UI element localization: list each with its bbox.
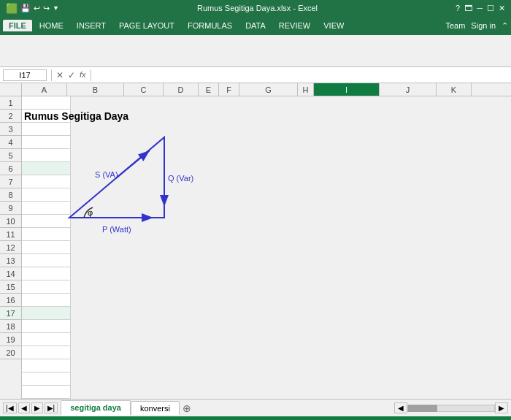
tab-insert[interactable]: INSERT <box>71 20 112 31</box>
confirm-formula-icon[interactable]: ✓ <box>68 70 75 80</box>
sheet-tab-konversi[interactable]: konversi <box>131 401 180 415</box>
col-J[interactable]: J <box>380 83 437 96</box>
cell-G1[interactable] <box>22 136 71 149</box>
col-H[interactable]: H <box>298 83 314 96</box>
cell-I2[interactable] <box>22 307 71 320</box>
title-bar-right: ? 🗖 ─ ☐ ✕ <box>456 4 505 13</box>
cell-B2[interactable] <box>22 215 71 228</box>
customize-icon[interactable]: ▼ <box>53 4 59 12</box>
signin-button[interactable]: Sign in <box>471 21 496 30</box>
row-7[interactable]: 7 <box>0 175 21 188</box>
cell-F1[interactable] <box>22 123 71 136</box>
formula-input[interactable] <box>96 71 508 80</box>
row-11[interactable]: 11 <box>0 228 21 241</box>
scrollbar-track[interactable] <box>407 405 495 412</box>
col-A[interactable]: A <box>22 83 67 96</box>
row-6[interactable]: 6 <box>0 162 21 175</box>
tab-review[interactable]: REVIEW <box>273 20 316 31</box>
row-17[interactable]: 17 <box>0 307 21 320</box>
row-1[interactable]: 1 <box>0 96 21 110</box>
title-bar: 🟩 💾 ↩ ↪ ▼ Rumus Segitiga Daya.xlsx - Exc… <box>0 0 511 16</box>
row-10[interactable]: 10 <box>0 215 21 228</box>
cancel-formula-icon[interactable]: ✕ <box>56 70 64 80</box>
tab-nav-last[interactable]: ▶| <box>45 402 58 413</box>
redo-icon[interactable]: ↪ <box>43 4 50 13</box>
column-headers: A B C D E F G H I J K <box>0 83 511 96</box>
scroll-right[interactable]: ▶ <box>495 402 508 413</box>
excel-icon: 🟩 <box>6 3 18 14</box>
row-4[interactable]: 4 <box>0 136 21 149</box>
cell-H1[interactable] <box>22 149 71 162</box>
scroll-left[interactable]: ◀ <box>394 402 407 413</box>
formula-divider2 <box>91 69 91 81</box>
col-I[interactable]: I <box>314 83 380 96</box>
cell-B3[interactable] <box>22 359 71 373</box>
col-K[interactable]: K <box>437 83 472 96</box>
horizontal-scrollbar[interactable]: ◀ ▶ <box>191 402 511 413</box>
col-E[interactable]: E <box>199 83 219 96</box>
table-row <box>22 346 511 399</box>
tab-nav-prev[interactable]: ◀ <box>18 402 30 413</box>
row-5[interactable]: 5 <box>0 149 21 162</box>
help-icon[interactable]: ? <box>456 4 460 12</box>
cell-K1[interactable] <box>22 188 71 202</box>
row-3[interactable]: 3 <box>0 123 21 136</box>
col-D[interactable]: D <box>164 83 199 96</box>
row-13[interactable]: 13 <box>0 254 21 267</box>
name-box[interactable] <box>3 69 47 81</box>
col-C[interactable]: C <box>124 83 164 96</box>
cell-A2[interactable] <box>22 202 71 215</box>
cell-F2[interactable] <box>22 267 71 280</box>
row-18[interactable]: 18 <box>0 320 21 333</box>
undo-icon[interactable]: ↩ <box>34 4 40 13</box>
insert-function-icon[interactable]: fx <box>80 70 86 80</box>
col-B[interactable]: B <box>67 83 124 96</box>
cell-E2[interactable] <box>22 254 71 267</box>
tab-page-layout[interactable]: PAGE LAYOUT <box>113 20 180 31</box>
row-20[interactable]: 20 <box>0 346 21 359</box>
col-G[interactable]: G <box>239 83 298 96</box>
spreadsheet: A B C D E F G H I J K 1 2 3 4 5 6 7 8 9 … <box>0 83 511 399</box>
restore-icon[interactable]: 🗖 <box>464 4 472 12</box>
sheet-tab-segitiga[interactable]: segitiga daya <box>61 400 131 416</box>
ribbon-collapse-icon[interactable]: ⌃ <box>502 21 508 31</box>
row-8[interactable]: 8 <box>0 188 21 202</box>
cell-H2[interactable] <box>22 294 71 307</box>
table-row <box>22 202 511 346</box>
cell-A3[interactable] <box>22 346 71 359</box>
cell-C2[interactable] <box>22 228 71 241</box>
scrollbar-thumb[interactable] <box>408 405 437 412</box>
sheet-tab-nav-buttons: |◀ ◀ ▶ ▶| <box>0 402 61 413</box>
row-15[interactable]: 15 <box>0 280 21 294</box>
row-2[interactable]: 2 <box>0 110 21 123</box>
tab-home[interactable]: HOME <box>34 20 69 31</box>
tab-formulas[interactable]: FORMULAS <box>182 20 238 31</box>
cell-K2[interactable] <box>22 333 71 346</box>
cell-D2[interactable] <box>22 241 71 254</box>
row-16[interactable]: 16 <box>0 294 21 307</box>
col-F[interactable]: F <box>219 83 239 96</box>
cell-D3[interactable] <box>22 386 71 399</box>
tab-view[interactable]: VIEW <box>318 20 350 31</box>
row-12[interactable]: 12 <box>0 241 21 254</box>
cell-I1[interactable] <box>22 162 71 175</box>
row-14[interactable]: 14 <box>0 267 21 280</box>
cell-J2[interactable] <box>22 320 71 333</box>
tab-data[interactable]: DATA <box>239 20 272 31</box>
cell-A1[interactable] <box>22 96 71 110</box>
tab-nav-next[interactable]: ▶ <box>31 402 43 413</box>
save-icon[interactable]: 💾 <box>20 4 31 13</box>
tab-file[interactable]: FILE <box>3 20 32 31</box>
row-9[interactable]: 9 <box>0 202 21 215</box>
close-icon[interactable]: ✕ <box>499 4 505 13</box>
row-19[interactable]: 19 <box>0 333 21 346</box>
title-bar-left: 🟩 💾 ↩ ↪ ▼ <box>6 3 59 14</box>
tab-nav-first[interactable]: |◀ <box>3 402 17 413</box>
cell-J1[interactable] <box>22 175 71 188</box>
cell-C3[interactable] <box>22 373 71 386</box>
cell-B1[interactable]: Rumus Segitiga Daya <box>22 110 71 123</box>
maximize-icon[interactable]: ☐ <box>487 4 494 13</box>
add-sheet-button[interactable]: ⊕ <box>182 402 191 414</box>
cell-G2[interactable] <box>22 280 71 294</box>
minimize-icon[interactable]: ─ <box>477 4 483 12</box>
